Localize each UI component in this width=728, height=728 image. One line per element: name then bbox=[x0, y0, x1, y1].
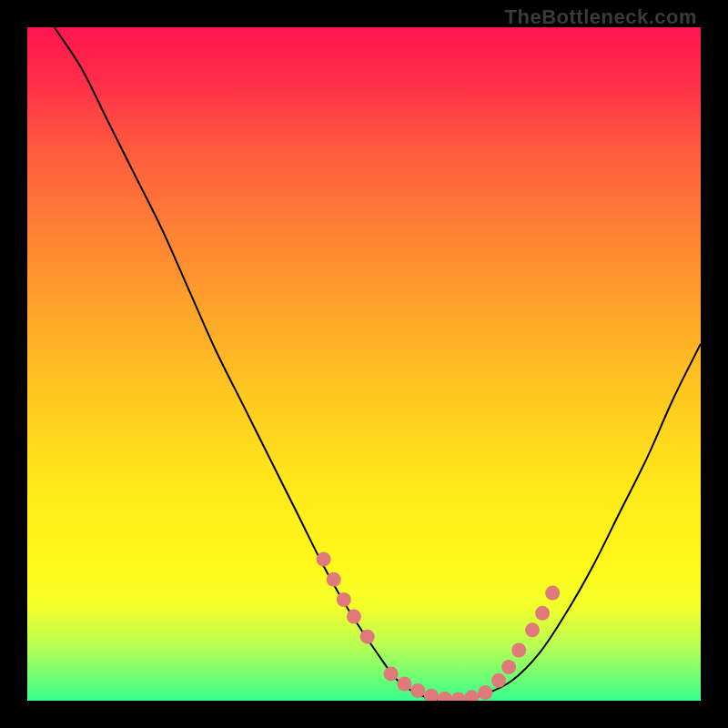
highlight-dot bbox=[451, 693, 466, 702]
highlight-dot bbox=[327, 572, 341, 587]
attribution-text: TheBottleneck.com bbox=[505, 5, 697, 29]
highlight-dot bbox=[410, 683, 425, 698]
highlight-dot bbox=[360, 630, 375, 644]
highlight-dots bbox=[317, 552, 561, 701]
highlight-dot bbox=[535, 606, 550, 621]
highlight-dot bbox=[478, 685, 492, 700]
highlight-dot bbox=[337, 592, 351, 607]
highlight-dot bbox=[525, 622, 540, 637]
bottleneck-curve bbox=[55, 27, 701, 701]
highlight-dot bbox=[424, 689, 439, 701]
highlight-dot bbox=[511, 643, 526, 658]
highlight-dot bbox=[397, 677, 411, 692]
highlight-dot bbox=[317, 552, 331, 567]
bottleneck-chart bbox=[27, 27, 701, 701]
highlight-dot bbox=[545, 586, 560, 601]
highlight-dot bbox=[438, 692, 452, 701]
highlight-dot bbox=[491, 673, 506, 688]
highlight-dot bbox=[384, 666, 399, 681]
highlight-dot bbox=[347, 610, 361, 624]
highlight-dot bbox=[464, 690, 479, 701]
highlight-dot bbox=[501, 660, 516, 674]
